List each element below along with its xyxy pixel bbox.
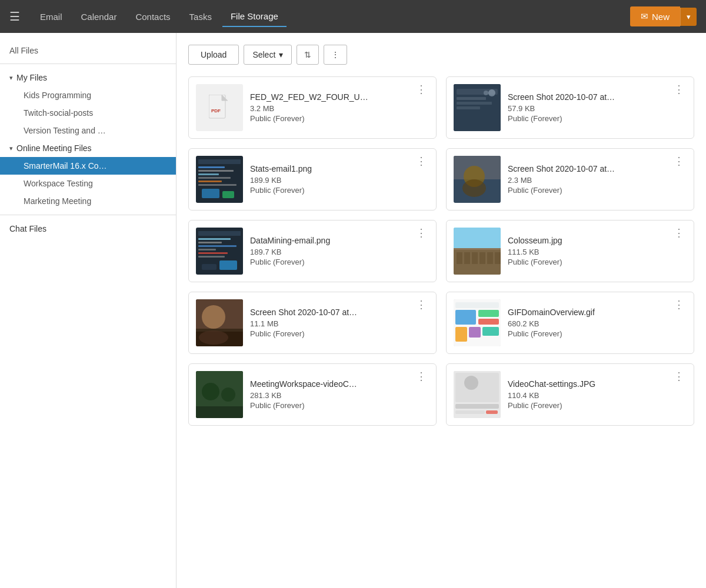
nav-email[interactable]: Email <box>32 7 71 26</box>
svg-rect-6 <box>457 102 492 105</box>
file-card-6: Screen Shot 2020-10-07 at… 11.1 MB Publi… <box>188 292 437 354</box>
nav-file-storage[interactable]: File Storage <box>222 6 287 27</box>
svg-point-48 <box>199 330 228 345</box>
nav-calendar[interactable]: Calendar <box>73 7 125 26</box>
file-info-6: Screen Shot 2020-10-07 at… 11.1 MB Publi… <box>250 308 429 338</box>
file-thumbnail-8 <box>196 371 243 418</box>
file-size-7: 680.2 KB <box>508 319 687 328</box>
file-size-6: 11.1 MB <box>250 319 429 328</box>
sidebar-my-files-folder[interactable]: ▾ My Files <box>0 69 176 86</box>
sidebar-online-meeting-folder[interactable]: ▾ Online Meeting Files <box>0 139 176 157</box>
file-access-6: Public (Forever) <box>250 329 429 338</box>
file-name-3: Screen Shot 2020-10-07 at… <box>508 164 687 173</box>
file-size-9: 110.4 KB <box>508 391 687 400</box>
file-card-3: Screen Shot 2020-10-07 at… 2.3 MB Public… <box>446 148 694 211</box>
thumb-dark-1 <box>454 84 501 131</box>
file-card-9: VideoChat-settings.JPG 110.4 KB Public (… <box>446 363 694 426</box>
file-info-7: GIFDomainOverview.gif 680.2 KB Public (F… <box>508 308 687 338</box>
svg-text:PDF: PDF <box>211 108 221 113</box>
thumb-svg-5 <box>454 228 501 275</box>
file-menu-button-7[interactable]: ⋮ <box>670 298 688 311</box>
file-name-7: GIFDomainOverview.gif <box>508 308 687 317</box>
file-size-1: 57.9 KB <box>508 104 687 113</box>
file-menu-button-3[interactable]: ⋮ <box>670 155 688 168</box>
file-menu-button-8[interactable]: ⋮ <box>412 370 430 383</box>
svg-rect-67 <box>486 410 498 414</box>
file-access-5: Public (Forever) <box>508 258 687 266</box>
file-thumbnail-5 <box>454 228 501 275</box>
svg-rect-11 <box>198 159 241 164</box>
file-card-4: DataMining-email.png 189.7 KB Public (Fo… <box>188 220 437 282</box>
file-name-0: FED_W2_FED_W2_FOUR_U… <box>250 92 429 102</box>
svg-rect-12 <box>198 166 225 168</box>
svg-rect-54 <box>455 327 467 342</box>
thumb-svg-2 <box>196 156 243 203</box>
nav-contacts[interactable]: Contacts <box>127 7 178 26</box>
new-dropdown-button[interactable]: ▾ <box>680 8 697 26</box>
file-menu-button-1[interactable]: ⋮ <box>670 83 688 96</box>
file-thumbnail-0: PDF <box>196 84 243 131</box>
file-thumbnail-1 <box>454 84 501 131</box>
sidebar-chat-files[interactable]: Chat Files <box>0 220 176 238</box>
sidebar-all-files[interactable]: All Files <box>0 42 176 59</box>
svg-rect-26 <box>198 238 231 240</box>
svg-point-46 <box>202 305 225 329</box>
new-email-icon: ✉ <box>641 11 648 22</box>
sidebar-divider <box>0 64 176 64</box>
file-name-6: Screen Shot 2020-10-07 at… <box>250 308 429 317</box>
new-label: New <box>652 12 670 22</box>
select-button[interactable]: Select ▾ <box>244 45 292 65</box>
sort-button[interactable]: ⇅ <box>297 45 319 65</box>
svg-rect-14 <box>198 173 219 175</box>
upload-button[interactable]: Upload <box>188 45 239 65</box>
file-menu-button-5[interactable]: ⋮ <box>670 226 688 239</box>
sidebar-item-version-testing[interactable]: Version Testing and … <box>0 122 176 139</box>
more-options-button[interactable]: ⋮ <box>324 45 347 65</box>
svg-point-59 <box>202 383 219 400</box>
svg-rect-42 <box>487 252 493 264</box>
file-name-5: Colosseum.jpg <box>508 236 687 245</box>
new-arrow-icon: ▾ <box>687 12 691 21</box>
file-card-0: PDF FED_W2_FED_W2_FOUR_U… 3.2 MB Public … <box>188 76 437 139</box>
file-size-3: 2.3 MB <box>508 176 687 185</box>
sidebar-chat-files-label: Chat Files <box>9 224 46 233</box>
content-area: Upload Select ▾ ⇅ ⋮ PDF <box>176 33 706 588</box>
sidebar-item-twitch-social[interactable]: Twitch-social-posts <box>0 104 176 122</box>
sidebar-item-workspace-testing[interactable]: Workspace Testing <box>0 175 176 192</box>
new-button[interactable]: ✉ New <box>630 6 680 26</box>
file-menu-button-2[interactable]: ⋮ <box>412 155 430 168</box>
svg-rect-32 <box>219 260 237 270</box>
file-menu-button-9[interactable]: ⋮ <box>670 370 688 383</box>
sidebar-divider-2 <box>0 215 176 215</box>
sidebar: All Files ▾ My Files Kids Programming Tw… <box>0 33 176 588</box>
file-size-5: 111.5 KB <box>508 248 687 256</box>
file-name-1: Screen Shot 2020-10-07 at… <box>508 92 687 102</box>
svg-rect-5 <box>457 97 486 100</box>
svg-rect-16 <box>198 181 222 182</box>
file-info-4: DataMining-email.png 189.7 KB Public (Fo… <box>250 236 429 266</box>
file-info-9: VideoChat-settings.JPG 110.4 KB Public (… <box>508 379 687 410</box>
sidebar-my-files-label: My Files <box>16 73 47 82</box>
thumb-svg-8 <box>196 371 243 418</box>
svg-point-9 <box>484 91 488 95</box>
svg-rect-35 <box>454 228 501 248</box>
svg-point-64 <box>464 376 478 390</box>
svg-rect-27 <box>198 242 222 243</box>
sidebar-item-kids-programming[interactable]: Kids Programming <box>0 86 176 104</box>
file-menu-button-4[interactable]: ⋮ <box>412 226 430 239</box>
file-access-9: Public (Forever) <box>508 401 687 410</box>
sidebar-online-meeting-label: Online Meeting Files <box>16 143 92 153</box>
file-menu-button-0[interactable]: ⋮ <box>412 83 430 96</box>
file-menu-button-6[interactable]: ⋮ <box>412 298 430 311</box>
my-files-arrow-icon: ▾ <box>9 74 13 82</box>
sidebar-item-smartermail[interactable]: SmarterMail 16.x Co… <box>0 157 176 175</box>
svg-rect-25 <box>198 231 241 236</box>
file-card-7: GIFDomainOverview.gif 680.2 KB Public (F… <box>446 292 694 354</box>
file-name-8: MeetingWorkspace-videoC… <box>250 379 429 389</box>
sidebar-item-marketing-meeting[interactable]: Marketing Meeting <box>0 192 176 210</box>
hamburger-icon[interactable]: ☰ <box>9 9 20 24</box>
nav-tasks[interactable]: Tasks <box>181 7 220 26</box>
file-name-9: VideoChat-settings.JPG <box>508 379 687 389</box>
svg-rect-18 <box>202 189 219 198</box>
online-meeting-arrow-icon: ▾ <box>9 145 13 152</box>
